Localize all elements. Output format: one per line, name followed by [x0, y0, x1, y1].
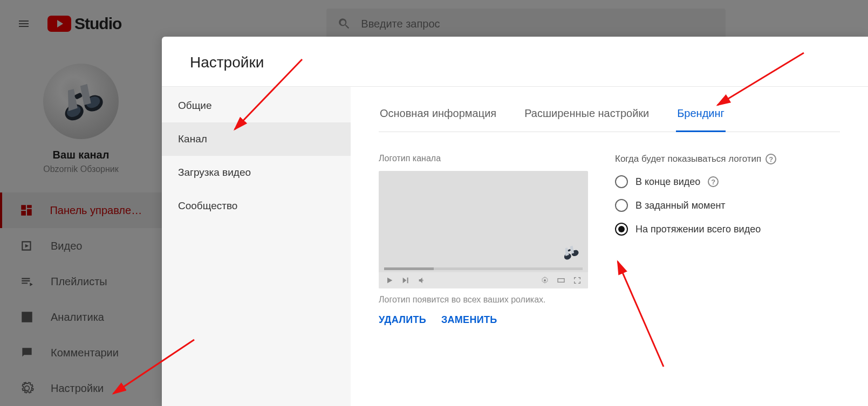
- your-channel-label: Ваш канал: [53, 149, 110, 161]
- preview-watermark-icon: [559, 241, 582, 264]
- radio-entire-video[interactable]: На протяжении всего видео: [615, 223, 776, 236]
- theater-icon: [557, 276, 565, 285]
- preview-progress-fill: [384, 267, 434, 270]
- playlist-icon: [19, 274, 35, 289]
- hamburger-icon: [17, 17, 30, 30]
- sidebar-item-label: Настройки: [51, 382, 104, 395]
- video-icon: [19, 238, 35, 253]
- modal-title: Настройки: [162, 37, 868, 86]
- radio-icon: [615, 199, 628, 212]
- sidebar-item-label: Панель управлен…: [50, 204, 142, 217]
- settings-side-channel[interactable]: Канал: [162, 122, 351, 156]
- sidebar-item-comments[interactable]: Комментарии: [0, 335, 162, 370]
- avatar[interactable]: [43, 64, 119, 139]
- tab-branding[interactable]: Брендинг: [676, 107, 726, 132]
- volume-icon: [418, 276, 426, 285]
- settings-side-label: Сообщество: [178, 200, 237, 212]
- search-icon: [337, 17, 351, 31]
- settings-side-label: Канал: [178, 133, 207, 145]
- logo-text: Studio: [74, 15, 121, 33]
- tab-advanced[interactable]: Расширенные настройки: [523, 107, 650, 132]
- gear-icon: [19, 381, 35, 396]
- settings-modal: Настройки Общие Канал Загрузка видео Соо…: [162, 37, 868, 406]
- sidebar-item-label: Комментарии: [51, 347, 119, 359]
- radio-custom-time[interactable]: В заданный момент: [615, 199, 776, 212]
- when-shown-label: Когда будет показываться логотип: [615, 154, 761, 164]
- settings-side-label: Загрузка видео: [178, 167, 251, 178]
- modal-sidebar: Общие Канал Загрузка видео Сообщество: [162, 87, 351, 406]
- tab-label: Брендинг: [677, 107, 725, 119]
- youtube-play-icon: [47, 16, 71, 32]
- play-icon: [385, 276, 394, 285]
- svg-point-8: [544, 279, 546, 281]
- hamburger-menu-button[interactable]: [13, 13, 35, 35]
- help-icon[interactable]: ?: [766, 154, 776, 164]
- replace-button[interactable]: ЗАМЕНИТЬ: [441, 314, 497, 326]
- search-box[interactable]: [326, 9, 726, 39]
- sidebar-item-playlists[interactable]: Плейлисты: [0, 264, 162, 299]
- tab-basic-info[interactable]: Основная информация: [379, 107, 497, 132]
- sidebar-item-label: Видео: [51, 240, 82, 252]
- youtube-studio-logo[interactable]: Studio: [47, 15, 121, 33]
- preview-controls: [379, 272, 588, 288]
- radio-end-of-video[interactable]: В конце видео ?: [615, 175, 776, 188]
- settings-side-general[interactable]: Общие: [162, 89, 351, 122]
- svg-rect-9: [558, 279, 564, 283]
- dashboard-icon: [19, 203, 33, 218]
- radio-label: В заданный момент: [635, 200, 726, 211]
- sidebar-item-dashboard[interactable]: Панель управлен…: [0, 192, 162, 228]
- channel-name: Obzornik Обзорник: [43, 164, 118, 174]
- radio-icon: [615, 223, 628, 236]
- logo-help-text: Логотип появится во всех ваших роликах.: [379, 295, 588, 305]
- sidebar-item-analytics[interactable]: Аналитика: [0, 299, 162, 335]
- next-icon: [401, 276, 410, 285]
- radio-icon: [615, 175, 628, 188]
- delete-button[interactable]: УДАЛИТЬ: [379, 314, 426, 326]
- comments-icon: [19, 345, 35, 360]
- sidebar-item-settings[interactable]: Настройки: [0, 370, 162, 406]
- preview-progress-track: [384, 267, 583, 270]
- binoculars-icon: [51, 72, 111, 131]
- tab-label: Основная информация: [380, 107, 496, 119]
- fullscreen-icon: [573, 276, 582, 285]
- logo-preview: [379, 171, 588, 288]
- radio-label: В конце видео: [635, 176, 700, 188]
- sidebar-item-label: Плейлисты: [51, 276, 107, 288]
- radio-label: На протяжении всего видео: [635, 224, 761, 235]
- analytics-icon: [19, 309, 35, 325]
- channel-avatar-block: Ваш канал Obzornik Обзорник: [0, 47, 162, 180]
- sidebar-item-videos[interactable]: Видео: [0, 228, 162, 264]
- channel-logo-label: Логотип канала: [379, 154, 588, 163]
- settings-side-label: Общие: [178, 100, 211, 112]
- settings-side-upload[interactable]: Загрузка видео: [162, 156, 351, 189]
- tab-label: Расширенные настройки: [524, 107, 649, 119]
- sidebar-item-label: Аналитика: [51, 311, 104, 324]
- settings-icon: [541, 276, 549, 285]
- search-input[interactable]: [361, 18, 715, 30]
- settings-side-community[interactable]: Сообщество: [162, 189, 351, 223]
- help-icon[interactable]: ?: [708, 176, 719, 187]
